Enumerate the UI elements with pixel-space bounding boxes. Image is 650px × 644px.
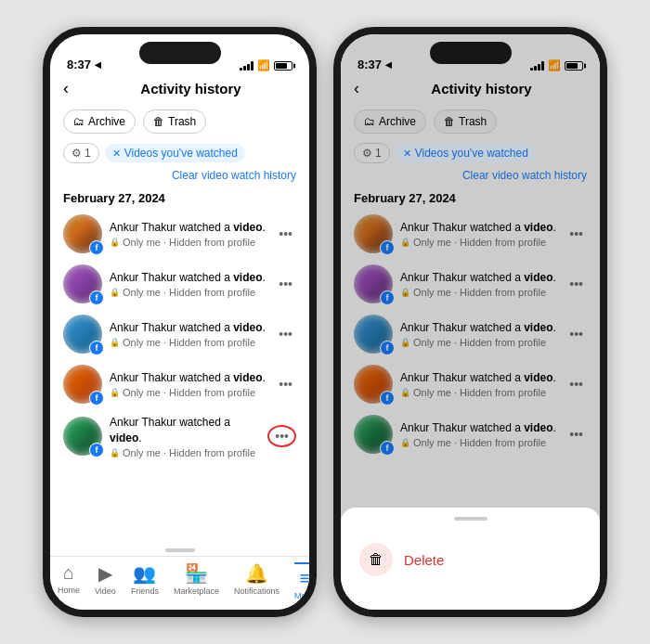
page-title-left: Activity history: [85, 81, 296, 97]
nav-label-friends: Friends: [131, 586, 159, 596]
more-options-button-highlighted[interactable]: •••: [267, 425, 296, 447]
filter-count-value-left: 1: [84, 147, 91, 160]
trash-button-left[interactable]: 🗑 Trash: [143, 109, 206, 134]
delete-label: Delete: [404, 552, 444, 568]
activity-text: Ankur Thakur watched a video.: [110, 415, 260, 446]
avatar-container: f: [63, 365, 102, 404]
status-time-left: 8:37 ◂: [67, 58, 101, 71]
activity-meta: 🔒 Only me · Hidden from profile: [110, 447, 260, 458]
nav-item-friends[interactable]: 👥 Friends: [124, 562, 166, 600]
activity-content: Ankur Thakur watched a video. 🔒 Only me …: [110, 370, 267, 398]
back-button-left[interactable]: ‹: [63, 79, 85, 98]
lock-icon: 🔒: [110, 388, 120, 397]
nav-label-notifications: Notifications: [234, 586, 280, 596]
phones-container: 8:37 ◂ 📶 ‹ Activity hist: [28, 12, 622, 632]
activity-visibility: Only me · Hidden from profile: [123, 387, 255, 398]
status-icons-left: 📶: [240, 59, 292, 71]
nav-item-menu[interactable]: ≡ Menu: [287, 562, 309, 600]
activity-text: Ankur Thakur watched a video.: [110, 270, 267, 286]
dynamic-island-left: [139, 42, 221, 64]
activity-text: Ankur Thakur watched a video.: [110, 370, 267, 386]
nav-header-left: ‹ Activity history: [50, 75, 309, 106]
fb-badge: f: [89, 341, 104, 355]
archive-button-left[interactable]: 🗂 Archive: [63, 109, 136, 134]
battery-icon-left: [274, 61, 292, 71]
more-options-button[interactable]: •••: [275, 323, 296, 345]
nav-active-indicator: [294, 562, 309, 564]
activity-list-left: f Ankur Thakur watched a video. 🔒 Only m…: [50, 209, 309, 545]
archive-label-left: Archive: [88, 115, 125, 128]
notifications-icon: 🔔: [245, 562, 268, 585]
nav-item-marketplace[interactable]: 🏪 Marketplace: [166, 562, 227, 600]
fb-badge: f: [89, 391, 104, 406]
nav-label-menu: Menu: [294, 591, 309, 600]
more-options-button[interactable]: •••: [275, 273, 296, 295]
activity-visibility: Only me · Hidden from profile: [123, 447, 255, 458]
avatar-container: f: [63, 214, 102, 253]
marketplace-icon: 🏪: [185, 562, 208, 585]
phone-right: 8:37 ◂ 📶 ‹ Activity hist: [333, 27, 607, 617]
fb-badge: f: [89, 290, 104, 305]
phone-left: 8:37 ◂ 📶 ‹ Activity hist: [43, 27, 317, 617]
filter-tag-left[interactable]: ✕ Videos you've watched: [105, 144, 245, 162]
activity-content: Ankur Thakur watched a video. 🔒 Only me …: [110, 220, 267, 248]
bottom-sheet: 🗑 Delete: [341, 508, 600, 610]
nav-item-home[interactable]: ⌂ Home: [50, 562, 87, 600]
wifi-icon-left: 📶: [257, 59, 270, 71]
sheet-handle: [454, 517, 488, 521]
activity-meta: 🔒 Only me · Hidden from profile: [110, 237, 267, 248]
date-header-left: February 27, 2024: [50, 187, 309, 209]
activity-content: Ankur Thakur watched a video. 🔒 Only me …: [110, 320, 267, 348]
archive-icon-left: 🗂: [73, 115, 84, 128]
nav-item-video[interactable]: ▶ Video: [87, 562, 124, 600]
activity-content: Ankur Thakur watched a video. 🔒 Only me …: [110, 270, 267, 298]
activity-text: Ankur Thakur watched a video.: [110, 220, 267, 236]
clear-history-link-left[interactable]: Clear video watch history: [50, 167, 309, 187]
activity-meta: 🔒 Only me · Hidden from profile: [110, 337, 267, 348]
activity-visibility: Only me · Hidden from profile: [123, 337, 255, 348]
menu-icon: ≡: [299, 568, 309, 589]
phone-left-inner: 8:37 ◂ 📶 ‹ Activity hist: [50, 34, 309, 610]
phone-right-inner: 8:37 ◂ 📶 ‹ Activity hist: [341, 34, 600, 610]
scroll-indicator-left: [50, 545, 309, 556]
video-icon: ▶: [98, 562, 112, 585]
signal-icon-left: [240, 61, 254, 71]
activity-item: f Ankur Thakur watched a video. 🔒 Only m…: [50, 309, 309, 359]
fb-badge: f: [89, 443, 104, 457]
nav-item-notifications[interactable]: 🔔 Notifications: [227, 562, 287, 600]
nav-label-marketplace: Marketplace: [174, 586, 219, 596]
activity-item: f Ankur Thakur watched a video. 🔒 Only m…: [50, 209, 309, 259]
nav-label-home: Home: [58, 586, 80, 595]
avatar-container: f: [63, 417, 102, 456]
activity-meta: 🔒 Only me · Hidden from profile: [110, 287, 267, 298]
nav-label-video: Video: [95, 586, 116, 596]
activity-content: Ankur Thakur watched a video. 🔒 Only me …: [110, 415, 260, 458]
filter-row-left: 🗂 Archive 🗑 Trash: [50, 106, 309, 141]
trash-icon-left: 🗑: [153, 115, 164, 128]
activity-meta: 🔒 Only me · Hidden from profile: [110, 387, 267, 398]
filter-tag-label-left: Videos you've watched: [124, 147, 238, 160]
bottom-nav-left: ⌂ Home ▶ Video 👥 Friends 🏪 Marketplace 🔔: [50, 556, 309, 610]
delete-sheet-item[interactable]: 🗑 Delete: [341, 532, 600, 587]
lock-icon: 🔒: [110, 238, 120, 247]
delete-icon: 🗑: [359, 543, 393, 576]
lock-icon: 🔒: [110, 338, 120, 347]
scroll-dot-left: [165, 548, 195, 552]
activity-text: Ankur Thakur watched a video.: [110, 320, 267, 336]
fb-badge: f: [89, 240, 104, 255]
avatar-container: f: [63, 264, 102, 303]
filter-count-left: ⚙ 1: [63, 143, 99, 163]
more-options-button[interactable]: •••: [275, 223, 296, 245]
friends-icon: 👥: [133, 562, 156, 585]
lock-icon: 🔒: [110, 288, 120, 297]
activity-item: f Ankur Thakur watched a video. 🔒 Only m…: [50, 359, 309, 409]
more-options-button[interactable]: •••: [275, 373, 296, 395]
filter-slider-icon-left: ⚙: [72, 147, 82, 160]
active-filters-left: ⚙ 1 ✕ Videos you've watched: [50, 141, 309, 167]
filter-remove-icon-left: ✕: [112, 148, 121, 160]
lock-icon: 🔒: [110, 448, 120, 457]
home-icon: ⌂: [63, 562, 74, 584]
avatar-container: f: [63, 315, 102, 354]
activity-item: f Ankur Thakur watched a video. 🔒 Only m…: [50, 409, 309, 464]
activity-item: f Ankur Thakur watched a video. 🔒 Only m…: [50, 259, 309, 309]
